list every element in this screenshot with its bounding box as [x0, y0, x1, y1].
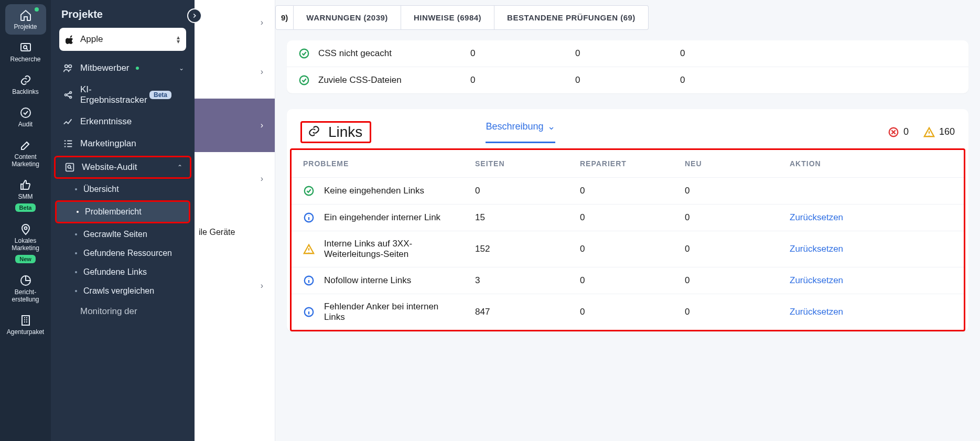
rail-reports[interactable]: Bericht­erstellung [5, 270, 46, 307]
table-row[interactable]: Fehlender Anker bei internen Links84700Z… [292, 294, 964, 330]
svg-rect-5 [22, 316, 29, 325]
nav-label: Monitoring der [80, 306, 137, 317]
panel-title: Projekte [51, 0, 195, 26]
css-issues-table: CSS nicht gecacht 0 0 0 Zuviele CSS-Date… [287, 40, 968, 93]
chart-icon [19, 274, 33, 287]
tab-passed[interactable]: BESTANDENE PRÜFUNGEN (69) [494, 5, 649, 30]
tab-truncated[interactable]: 9) [275, 5, 294, 30]
nav-ki-tracker[interactable]: KI-Ergebnisstracker Beta [51, 79, 195, 111]
error-icon [888, 126, 899, 138]
link-icon [307, 124, 321, 140]
nav-erkenntnisse[interactable]: Erkenntnisse [51, 111, 195, 133]
collapse-panel-button[interactable] [187, 8, 202, 23]
svg-point-3 [24, 227, 27, 230]
reset-action[interactable]: Zurücksetzen [790, 275, 964, 286]
sub-found-links[interactable]: Gefundene Links [51, 263, 195, 282]
bullet-icon [75, 290, 77, 292]
rail-projects[interactable]: Projekte [5, 4, 46, 35]
issue-name: Nofollow interne Links [324, 275, 411, 286]
info-icon [303, 306, 315, 318]
sub-crawled-pages[interactable]: Gecrawlte Seiten [51, 225, 195, 244]
table-row[interactable]: Keine eingehenden Links000 [292, 178, 964, 204]
info-icon [303, 275, 315, 286]
nav-label: Erkenntnisse [80, 116, 132, 127]
rail-audit[interactable]: Audit [5, 102, 46, 132]
stat-errors: 0 [888, 126, 909, 138]
bullet-icon [75, 188, 77, 190]
nav-label: Website-Audit [82, 162, 137, 173]
nav-label: KI-Ergebnisstracker [80, 84, 143, 105]
beta-badge: Beta [15, 203, 36, 212]
bullet-icon [75, 271, 77, 273]
category-row[interactable]: › [195, 152, 275, 206]
category-row[interactable]: › [195, 0, 275, 45]
rail-content[interactable]: Content Marketing [5, 134, 46, 172]
hidden-category-column: › › › › ile Geräte › [195, 0, 275, 441]
table-row[interactable]: CSS nicht gecacht 0 0 0 [287, 40, 968, 67]
tab-warnings[interactable]: WARNUNGEN (2039) [294, 5, 401, 30]
col-pages: 15 [475, 212, 580, 223]
trend-icon [62, 116, 74, 127]
section-title: Links [328, 124, 362, 141]
stat-value: 0 [903, 126, 909, 137]
table-row[interactable]: Ein eingehender interner Link1500Zurücks… [292, 204, 964, 231]
project-selector[interactable]: Apple ▴▾ [59, 28, 186, 51]
svg-point-2 [21, 108, 30, 117]
th-repaired: REPARIERT [580, 159, 685, 168]
sub-label: Gefundene Links [83, 267, 147, 277]
rail-local[interactable]: Lokales Marketing New [5, 218, 46, 267]
category-row-mobile[interactable]: ile Geräte [195, 206, 275, 259]
nav-mitbewerber[interactable]: Mitbewerber ⌄ [51, 57, 195, 79]
col-pages: 847 [475, 307, 580, 317]
search-page-icon [19, 41, 33, 55]
updown-icon: ▴▾ [177, 35, 180, 44]
category-row-active[interactable]: › [195, 99, 275, 152]
bullet-icon [75, 233, 77, 235]
monitor-icon [62, 306, 74, 317]
nav-monitoring[interactable]: Monitoring der [51, 300, 195, 322]
nav-website-audit[interactable]: Website-Audit ⌃ [54, 156, 191, 179]
chevron-right-icon: › [261, 121, 263, 130]
reset-action[interactable]: Zurücksetzen [790, 212, 964, 223]
col-repaired: 0 [580, 212, 685, 223]
category-row[interactable]: › [195, 259, 275, 313]
side-panel: Projekte Apple ▴▾ Mitbewerber ⌄ KI-Ergeb… [51, 0, 195, 441]
main-content: 9) WARNUNGEN (2039) HINWEISE (6984) BEST… [275, 0, 980, 441]
stat-warnings: 160 [923, 126, 955, 138]
sub-found-resources[interactable]: Gefundene Ressourcen [51, 244, 195, 263]
rail-smm[interactable]: SMM Beta [5, 174, 46, 216]
col-repaired: 0 [580, 307, 685, 317]
col-pages: 0 [475, 186, 580, 196]
table-row[interactable]: Zuviele CSS-Dateien 0 0 0 [287, 67, 968, 93]
table-row[interactable]: Nofollow interne Links300Zurücksetzen [292, 267, 964, 294]
issue-name: Keine eingehenden Links [324, 186, 424, 196]
tab-hints[interactable]: HINWEISE (6984) [401, 5, 494, 30]
col-new: 0 [685, 307, 790, 317]
nav-marketingplan[interactable]: Marketingplan [51, 133, 195, 155]
sub-problembericht[interactable]: Problembericht [55, 200, 190, 223]
filter-tabs: 9) WARNUNGEN (2039) HINWEISE (6984) BEST… [275, 5, 980, 30]
thumbs-up-icon [19, 178, 33, 192]
rail-agency[interactable]: Agenturpaket [5, 309, 46, 340]
bullet-icon [75, 252, 77, 254]
rail-label: SMM [18, 193, 33, 200]
svg-point-8 [65, 94, 67, 96]
category-row[interactable]: › [195, 45, 275, 99]
reset-action[interactable]: Zurücksetzen [790, 307, 964, 317]
rail-backlinks[interactable]: Backlinks [5, 69, 46, 100]
warning-icon [303, 243, 315, 255]
reset-action[interactable]: Zurücksetzen [790, 244, 964, 254]
col-pages: 152 [475, 244, 580, 254]
table-header: PROBLEME SEITEN REPARIERT NEU AKTION [292, 150, 964, 178]
sparkle-icon [62, 89, 74, 101]
sub-label: Gecrawlte Seiten [83, 230, 147, 239]
rail-label: Projekte [14, 23, 37, 30]
svg-rect-0 [21, 44, 30, 51]
table-row[interactable]: Interne Links auf 3XX-Weiterleitungs-Sei… [292, 231, 964, 267]
col-repaired: 0 [580, 186, 685, 196]
sub-label: Problembericht [85, 207, 142, 217]
sub-overview[interactable]: Übersicht [51, 180, 195, 199]
sub-compare-crawls[interactable]: Crawls vergleichen [51, 282, 195, 300]
tab-description[interactable]: Beschreibung ⌄ [486, 121, 555, 143]
rail-research[interactable]: Recherche [5, 37, 46, 67]
